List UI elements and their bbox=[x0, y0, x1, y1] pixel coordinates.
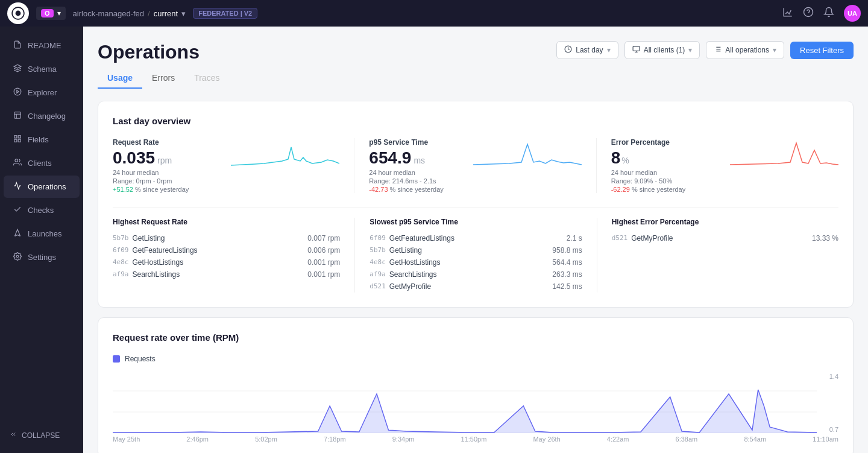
sidebar-item-fields[interactable]: Fields bbox=[4, 128, 80, 151]
service-time-chart bbox=[473, 138, 582, 168]
list-item: 5b7bGetListing 0.007 rpm bbox=[113, 232, 340, 244]
rpm-chart-svg bbox=[113, 373, 817, 433]
federation-badge: FEDERATED | V2 bbox=[193, 8, 257, 19]
svg-rect-10 bbox=[14, 136, 17, 138]
sidebar-item-label: Operations bbox=[28, 182, 66, 191]
highest-request-list: Highest Request Rate 5b7bGetListing 0.00… bbox=[113, 218, 354, 293]
tab-errors[interactable]: Errors bbox=[142, 68, 184, 89]
service-time-label: p95 Service Time bbox=[369, 138, 444, 147]
list-item: 6f09GetFeaturedListings 0.006 rpm bbox=[113, 244, 340, 256]
apollo-logo[interactable] bbox=[7, 2, 29, 24]
sidebar-item-explorer[interactable]: Explorer bbox=[4, 81, 80, 104]
tab-traces: Traces bbox=[184, 68, 229, 89]
rpm-chart-title: Request rate over time (RPM) bbox=[113, 332, 838, 343]
collapse-arrow-icon bbox=[10, 431, 17, 440]
list-item: af9aSearchListings 0.001 rpm bbox=[113, 268, 340, 280]
branch-chevron-icon[interactable]: ▾ bbox=[181, 9, 186, 18]
fields-icon bbox=[13, 135, 22, 145]
x-label: 8:54am bbox=[744, 436, 766, 443]
x-label: 2:46pm bbox=[186, 436, 209, 443]
clients-icon bbox=[13, 158, 22, 168]
help-icon[interactable] bbox=[803, 7, 814, 20]
svg-marker-29 bbox=[113, 390, 817, 433]
sidebar-item-changelog[interactable]: Changelog bbox=[4, 105, 80, 127]
list-item: 4e8cGetHostListings 564.4 ms bbox=[370, 256, 582, 268]
collapse-button[interactable]: COLLAPSE bbox=[0, 425, 83, 446]
error-pct-range: Range: 9.09% - 50% bbox=[611, 177, 686, 185]
org-selector[interactable]: O ▾ bbox=[36, 7, 66, 20]
chart-area bbox=[113, 373, 817, 433]
slowest-p95-list: Slowest p95 Service Time 6f09GetFeatured… bbox=[354, 218, 596, 293]
svg-marker-6 bbox=[17, 90, 19, 93]
clock-icon bbox=[564, 45, 572, 55]
service-time-unit: ms bbox=[414, 156, 425, 165]
error-pct-sub1: 24 hour median bbox=[611, 169, 686, 176]
tab-usage[interactable]: Usage bbox=[98, 68, 142, 89]
main-content: Operations Usage Errors Traces Last day … bbox=[83, 27, 868, 453]
time-filter[interactable]: Last day ▾ bbox=[556, 41, 618, 59]
error-pct-value: 8% bbox=[611, 149, 686, 168]
service-time-section: p95 Service Time 654.9ms 24 hour median … bbox=[354, 138, 596, 193]
x-axis-labels: May 25th 2:46pm 5:02pm 7:18pm 9:34pm 11:… bbox=[113, 436, 838, 443]
breadcrumb-org: airlock-managed-fed bbox=[73, 9, 145, 18]
list-item: d521GetMyProfile 13.33 % bbox=[612, 232, 838, 244]
launches-icon bbox=[13, 229, 22, 239]
svg-point-14 bbox=[15, 159, 18, 162]
chart-container: 1.4 0.7 May 25th 2:46pm 5:02pm 7:18pm 9:… bbox=[113, 373, 838, 443]
sidebar-item-checks[interactable]: Checks bbox=[4, 199, 80, 221]
list-item: 5b7bGetListing 958.8 ms bbox=[370, 244, 582, 256]
readme-icon bbox=[13, 40, 22, 51]
collapse-label: COLLAPSE bbox=[22, 431, 60, 440]
time-chevron-icon: ▾ bbox=[607, 46, 611, 54]
svg-point-5 bbox=[14, 88, 21, 95]
breadcrumb-branch[interactable]: current bbox=[154, 9, 178, 18]
svg-point-15 bbox=[16, 255, 19, 258]
svg-rect-17 bbox=[633, 46, 640, 51]
sidebar-item-schema[interactable]: Schema bbox=[4, 58, 80, 80]
reset-filters-button[interactable]: Reset Filters bbox=[790, 42, 854, 59]
x-label: May 26th bbox=[533, 436, 560, 443]
sidebar-item-settings[interactable]: Settings bbox=[4, 246, 80, 268]
sidebar-item-launches[interactable]: Launches bbox=[4, 223, 80, 245]
sidebar-item-clients[interactable]: Clients bbox=[4, 152, 80, 174]
list-item: 4e8cGetHostListings 0.001 rpm bbox=[113, 256, 340, 268]
breadcrumb: airlock-managed-fed / current ▾ bbox=[73, 9, 186, 18]
bell-icon[interactable] bbox=[823, 7, 834, 20]
svg-rect-13 bbox=[18, 139, 20, 142]
settings-icon bbox=[13, 252, 22, 262]
chevron-down-icon: ▾ bbox=[57, 9, 61, 17]
error-pct-label: Error Percentage bbox=[611, 138, 686, 147]
operations-filter[interactable]: All operations ▾ bbox=[706, 41, 784, 59]
clients-filter[interactable]: All clients (1) ▾ bbox=[624, 41, 700, 59]
avatar[interactable]: UA bbox=[844, 5, 861, 22]
operations-filter-icon bbox=[714, 45, 722, 55]
page-header: Operations Usage Errors Traces Last day … bbox=[98, 41, 854, 89]
list-item: af9aSearchListings 263.3 ms bbox=[370, 268, 582, 280]
sidebar-item-label: Settings bbox=[28, 253, 56, 262]
sidebar-item-label: Fields bbox=[28, 135, 49, 144]
graph-icon[interactable] bbox=[782, 7, 793, 20]
topnav-right: UA bbox=[782, 5, 861, 22]
overview-title: Last day overview bbox=[113, 116, 838, 126]
sidebar-item-operations[interactable]: Operations bbox=[4, 176, 80, 198]
page-title: Operations bbox=[98, 41, 229, 63]
x-label: 6:38am bbox=[676, 436, 698, 443]
error-pct-chart bbox=[730, 138, 838, 168]
overview-grid: Request Rate 0.035rpm 24 hour median Ran… bbox=[113, 138, 838, 193]
sidebar-item-readme[interactable]: README bbox=[4, 34, 80, 57]
x-label: 4:22am bbox=[607, 436, 629, 443]
overview-card: Last day overview Request Rate 0.035rpm … bbox=[98, 101, 854, 308]
clients-filter-icon bbox=[632, 45, 640, 55]
sidebar-item-label: Changelog bbox=[28, 112, 66, 121]
request-rate-section: Request Rate 0.035rpm 24 hour median Ran… bbox=[113, 138, 354, 193]
x-label: 11:50pm bbox=[461, 436, 487, 443]
request-rate-unit: rpm bbox=[157, 156, 172, 165]
x-label: 7:18pm bbox=[324, 436, 346, 443]
list-item: d521GetMyProfile 142.5 ms bbox=[370, 280, 582, 293]
clients-chevron-icon: ▾ bbox=[688, 46, 692, 54]
schema-icon bbox=[13, 64, 22, 74]
y-label-top: 1.4 bbox=[829, 373, 838, 380]
clients-filter-label: All clients (1) bbox=[644, 46, 685, 54]
filter-bar: Last day ▾ All clients (1) ▾ All operati… bbox=[556, 41, 854, 59]
service-time-sub1: 24 hour median bbox=[369, 169, 444, 176]
